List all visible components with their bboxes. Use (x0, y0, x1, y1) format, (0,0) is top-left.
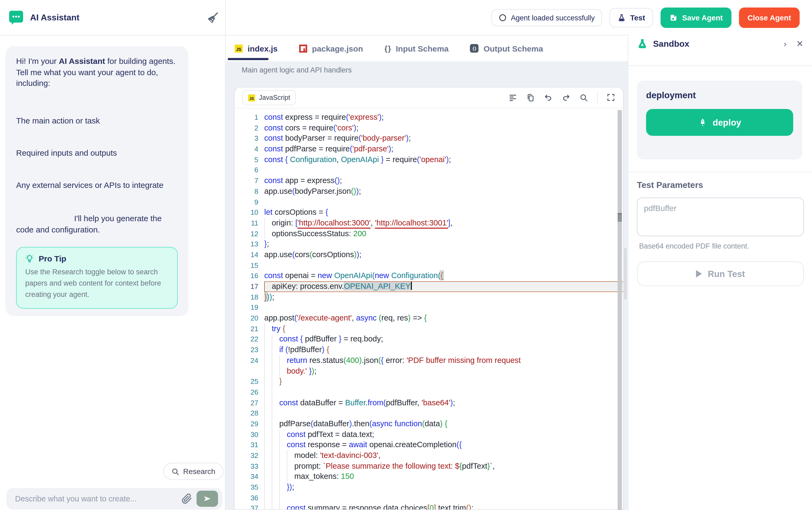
run-test-label: Run Test (708, 269, 745, 279)
code-line[interactable]: 36 (235, 493, 623, 503)
code-line[interactable]: 9 (235, 197, 623, 207)
file-description: Main agent logic and API handlers (242, 66, 352, 74)
braces-icon: { } (384, 44, 391, 53)
code-line[interactable]: 15 (235, 260, 623, 271)
undo-icon[interactable] (544, 93, 553, 102)
run-test-button[interactable]: Run Test (637, 262, 804, 286)
deploy-button-label: deploy (713, 117, 741, 127)
tab-output-schema[interactable]: { } Output Schema (470, 44, 543, 53)
active-tab-underline (228, 58, 268, 60)
close-agent-button[interactable]: Close Agent (739, 7, 800, 28)
javascript-mini-icon: JS (248, 94, 255, 101)
chat-input[interactable] (6, 494, 181, 503)
code-line[interactable]: 7const app = express(); (235, 176, 623, 186)
clear-chat-broom-icon[interactable] (206, 11, 220, 25)
code-line[interactable]: 20app.post('/execute-agent', async (req,… (235, 313, 623, 324)
page-scrollbar-thumb[interactable] (624, 248, 627, 300)
search-code-icon[interactable] (579, 93, 588, 102)
flask-icon (618, 14, 626, 22)
close-panel-icon[interactable]: ✕ (796, 40, 804, 48)
code-lines[interactable]: 1const express = require('express');2con… (235, 109, 623, 510)
pdfbuffer-input[interactable] (637, 198, 804, 236)
assistant-outro-text: I'll help you generate the code and conf… (16, 213, 178, 235)
editor-scrollbar-track[interactable] (617, 110, 622, 510)
code-line[interactable]: 11origin: ['http://localhost:3000', 'htt… (235, 218, 623, 229)
research-toggle-label: Research (183, 467, 215, 476)
attachment-paperclip-icon[interactable] (181, 493, 192, 504)
code-line[interactable]: 21try { (235, 324, 623, 334)
code-line[interactable]: 33prompt: `Please summarize the followin… (235, 461, 623, 471)
code-line[interactable]: 17apiKey: process.env.OPENAI_API_KEY (235, 281, 623, 292)
language-badge: JS JavaScript (242, 90, 296, 105)
send-icon (203, 494, 211, 503)
redo-icon[interactable] (562, 93, 570, 102)
code-line[interactable]: 18})); (235, 292, 623, 302)
npm-icon (299, 44, 307, 52)
code-line[interactable]: 4const pdfParse = require('pdf-parse'); (235, 144, 623, 154)
tab-index-js[interactable]: JS index.js (235, 44, 278, 53)
file-tabbar: JS index.js package.json { } Input Schem… (226, 35, 628, 61)
collapse-panel-chevron-icon[interactable]: › (784, 40, 787, 48)
pdfbuffer-help-text: Base64 encoded PDF file content. (639, 242, 749, 250)
code-line[interactable]: 3const bodyParser = require('body-parser… (235, 133, 623, 144)
toolbar-divider (597, 92, 598, 103)
deploy-button[interactable]: deploy (646, 109, 793, 136)
rocket-icon (698, 118, 707, 127)
tab-input-schema[interactable]: { } Input Schema (384, 44, 449, 53)
pro-tip-body: Use the Research toggle below to search … (25, 267, 169, 301)
close-agent-label: Close Agent (748, 13, 791, 22)
code-line[interactable]: 19 (235, 302, 623, 313)
code-line[interactable]: 8app.use(bodyParser.json()); (235, 186, 623, 197)
deployment-card: deployment deploy (637, 81, 802, 159)
code-line[interactable]: 26 (235, 387, 623, 397)
code-line[interactable]: 6 (235, 165, 623, 176)
code-line[interactable]: 35}); (235, 482, 623, 492)
code-line[interactable]: 22const { pdfBuffer } = req.body; (235, 334, 623, 344)
code-line[interactable]: body.' }); (235, 366, 623, 376)
code-line[interactable]: 32model: 'text-davinci-003', (235, 450, 623, 461)
code-line[interactable]: 31const response = await openai.createCo… (235, 440, 623, 450)
research-toggle[interactable]: Research (163, 463, 224, 480)
language-badge-label: JavaScript (259, 94, 290, 101)
fullscreen-icon[interactable] (607, 93, 615, 102)
code-line[interactable]: 29pdfParse(dataBuffer).then(async functi… (235, 419, 623, 429)
code-line[interactable]: 27const dataBuffer = Buffer.from(pdfBuff… (235, 397, 623, 408)
save-agent-button[interactable]: Save Agent (661, 7, 731, 28)
code-editor-toolbar: JS JavaScript (235, 88, 623, 108)
top-header: AI Assistant Agent loaded successfully (0, 0, 812, 35)
copy-icon[interactable] (526, 93, 535, 102)
code-line[interactable]: 25} (235, 376, 623, 387)
code-line[interactable]: 16const openai = new OpenAIApi(new Confi… (235, 271, 623, 281)
code-editor-card: JS JavaScript (234, 87, 624, 510)
code-line[interactable]: 30const pdfText = data.text; (235, 429, 623, 440)
code-line[interactable]: 5const { Configuration, OpenAIApi } = re… (235, 155, 623, 165)
send-button[interactable] (197, 491, 218, 507)
editor-scrollbar-thumb[interactable] (617, 213, 622, 222)
format-code-icon[interactable] (509, 93, 517, 102)
assistant-chat-panel: Hi! I'm your AI Assistant for building a… (0, 35, 226, 510)
code-line[interactable]: 23if (!pdfBuffer) { (235, 344, 623, 355)
code-line[interactable]: 12optionsSuccessStatus: 200 (235, 229, 623, 239)
code-line[interactable]: 37const summary = response.data.choices[… (235, 503, 623, 510)
tab-package-json[interactable]: package.json (299, 44, 363, 53)
sandbox-flask-icon (637, 39, 648, 50)
code-line[interactable]: 13}; (235, 239, 623, 250)
code-line[interactable]: 1const express = require('express'); (235, 112, 623, 123)
pro-tip-card: Pro Tip Use the Research toggle below to… (16, 247, 178, 309)
chat-input-bar (6, 488, 222, 509)
test-button[interactable]: Test (610, 8, 653, 27)
code-line[interactable]: 24return res.status(400).json({ error: '… (235, 355, 623, 366)
sandbox-panel-border (628, 34, 628, 510)
braces-box-icon: { } (470, 44, 479, 53)
app-title: AI Assistant (30, 13, 80, 23)
assistant-message-bubble: Hi! I'm your AI Assistant for building a… (5, 46, 188, 316)
code-line[interactable]: 28 (235, 408, 623, 419)
deployment-title: deployment (646, 90, 793, 100)
agent-status-badge: Agent loaded successfully (492, 9, 602, 26)
assistant-bullet-1: The main action or task (16, 116, 178, 125)
play-icon (696, 270, 702, 277)
code-line[interactable]: 34max_tokens: 150 (235, 472, 623, 482)
code-line[interactable]: 10let corsOptions = { (235, 207, 623, 218)
code-line[interactable]: 2const cors = require('cors'); (235, 123, 623, 133)
code-line[interactable]: 14app.use(cors(corsOptions)); (235, 250, 623, 260)
